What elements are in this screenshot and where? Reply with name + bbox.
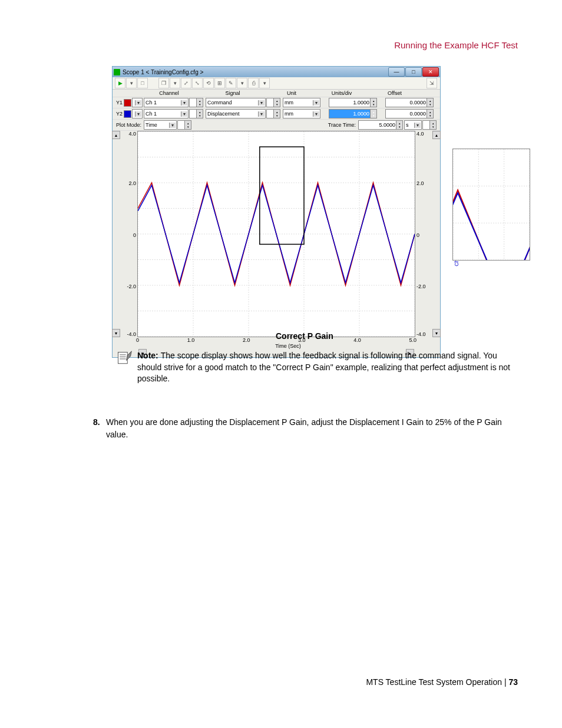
zoom-reset-icon[interactable]: ⟲ <box>203 78 214 88</box>
ytick: 4.0 <box>416 131 424 137</box>
ytick: 2.0 <box>416 180 424 186</box>
y2-unitsdiv-input[interactable]: 1.0000 <box>329 109 377 118</box>
note-text: The scope display shows how well the fee… <box>137 351 510 383</box>
scope-window: Scope 1 < TrainingConfig.cfg > — □ ✕ ▶ ▾… <box>112 66 441 358</box>
window-dropdown-icon[interactable]: ▾ <box>170 78 180 88</box>
y2-channel-spin[interactable] <box>189 109 203 118</box>
col-channel: Channel <box>141 90 197 96</box>
y-axis-right: 4.0 2.0 0 -2.0 -4.0 Ch 1 Displacement (m… <box>415 131 433 337</box>
zoom-inset <box>452 149 530 261</box>
y1-unit-dropdown[interactable]: mm <box>283 98 320 107</box>
xtick: 1.0 <box>187 337 195 343</box>
app-icon <box>114 69 120 75</box>
scroll-down-icon[interactable]: ▾ <box>432 329 441 337</box>
ytick: 4.0 <box>128 131 136 137</box>
y2-signal-spin[interactable] <box>266 109 280 118</box>
trace-time-label: Trace Time: <box>328 122 356 128</box>
x-label: Time (Sec) <box>113 343 440 349</box>
ytick: 0 <box>133 232 136 238</box>
figure-caption: Correct P Gain <box>276 331 333 341</box>
y2-offset-input[interactable]: 0.0000 <box>385 109 434 118</box>
window-icon[interactable]: ❐ <box>158 78 169 88</box>
col-signal: Signal <box>197 90 268 96</box>
page-number: 73 <box>508 677 518 687</box>
print-icon[interactable]: ⎙ <box>248 78 259 88</box>
y1-offset-input[interactable]: 0.0000 <box>385 98 434 107</box>
ytick: 0 <box>416 232 419 238</box>
plot-mode-dropdown[interactable]: Time <box>144 120 177 130</box>
print-dropdown-icon[interactable]: ▾ <box>259 78 270 88</box>
svg-rect-24 <box>118 353 128 364</box>
ytick: -4.0 <box>416 331 426 337</box>
xtick: 0 <box>136 337 139 343</box>
right-scrollbar[interactable]: ▴ ▾ <box>433 131 440 337</box>
close-button[interactable]: ✕ <box>422 67 439 77</box>
y1-label: Y1 <box>116 100 123 106</box>
plot-mode-row: Plot Mode: Time Trace Time: 5.0000 s <box>113 120 440 131</box>
ytick: -2.0 <box>127 284 136 289</box>
step-8: 8. When you are done adjusting the Displ… <box>93 416 518 441</box>
step-number: 8. <box>93 416 106 441</box>
y2-channel-dropdown[interactable]: Ch 1 <box>144 109 189 118</box>
ytick: -2.0 <box>416 284 426 289</box>
ytick: -4.0 <box>127 331 136 337</box>
play-dropdown-icon[interactable]: ▾ <box>126 78 137 88</box>
y1-row: Y1 Ch 1 Command mm 1.0000 0.0000 <box>113 97 440 108</box>
step-text: When you are done adjusting the Displace… <box>106 416 518 441</box>
pause-icon[interactable]: □ <box>137 78 148 88</box>
plot-mode-label: Plot Mode: <box>116 122 141 128</box>
scroll-down-icon[interactable]: ▾ <box>112 329 120 337</box>
y1-unitsdiv-input[interactable]: 1.0000 <box>329 98 377 107</box>
col-unitsdiv: Units/div <box>315 90 368 96</box>
page-header: Running the Example HCF Test <box>394 40 518 50</box>
xtick: 2.0 <box>243 337 250 343</box>
scroll-up-icon[interactable]: ▴ <box>432 131 441 139</box>
col-offset: Offset <box>368 90 421 96</box>
plot-mode-spin[interactable] <box>177 120 191 130</box>
xtick: 5.0 <box>409 337 416 343</box>
y1-color-swatch[interactable] <box>124 99 131 107</box>
chart-canvas[interactable] <box>137 131 415 337</box>
minimize-button[interactable]: — <box>388 67 405 77</box>
plot-area: ▴ ▾ 4.0 2.0 0 -2.0 -4.0 Ch 1 Command (mm… <box>113 131 440 337</box>
y2-color-swatch[interactable] <box>124 110 131 118</box>
note-bold: Note: <box>137 351 161 360</box>
ytick: 2.0 <box>128 180 136 186</box>
col-unit: Unit <box>268 90 315 96</box>
y2-signal-dropdown[interactable]: Displacement <box>206 109 266 118</box>
y1-channel-dropdown[interactable]: Ch 1 <box>144 98 189 107</box>
y1-signal-spin[interactable] <box>266 98 280 107</box>
page-footer: MTS TestLine Test System Operation | 73 <box>0 677 518 687</box>
maximize-button[interactable]: □ <box>405 67 422 77</box>
note-icon <box>116 350 133 367</box>
footer-text: MTS TestLine Test System Operation | <box>366 677 508 687</box>
trace-time-unit-dropdown[interactable]: s <box>404 120 422 130</box>
config-header-row: Channel Signal Unit Units/div Offset <box>113 90 440 97</box>
titlebar[interactable]: Scope 1 < TrainingConfig.cfg > — □ ✕ <box>113 67 440 77</box>
y1-channel-spin[interactable] <box>189 98 203 107</box>
y-axis-left: 4.0 2.0 0 -2.0 -4.0 Ch 1 Command (mm) <box>120 131 137 337</box>
xtick: 4.0 <box>353 337 361 343</box>
scroll-up-icon[interactable]: ▴ <box>112 131 120 139</box>
play-icon[interactable]: ▶ <box>115 78 125 88</box>
y2-label: Y2 <box>116 111 123 117</box>
y2-color-dropdown[interactable] <box>132 109 143 118</box>
toolbar: ▶ ▾ □ ❐ ▾ ⤢ ⤡ ⟲ ⊞ ✎ ▾ ⎙ ▾ ⇲ <box>113 77 440 90</box>
y1-color-dropdown[interactable] <box>132 98 143 107</box>
trace-time-spin[interactable] <box>422 120 437 130</box>
window-title: Scope 1 < TrainingConfig.cfg > <box>123 69 203 75</box>
color-dropdown-icon[interactable]: ▾ <box>237 78 247 88</box>
color-icon[interactable]: ✎ <box>226 78 236 88</box>
zoom-y-icon[interactable]: ⤡ <box>192 78 203 88</box>
trace-time-input[interactable]: 5.0000 <box>358 120 403 130</box>
left-scrollbar[interactable]: ▴ ▾ <box>113 131 120 337</box>
grid-icon[interactable]: ⊞ <box>214 78 225 88</box>
expand-icon[interactable]: ⇲ <box>427 78 437 88</box>
zoom-auto-icon[interactable]: ⤢ <box>181 78 191 88</box>
y2-row: Y2 Ch 1 Displacement mm 1.0000 0.0000 <box>113 108 440 120</box>
note-block: Note: The scope display shows how well t… <box>116 350 518 385</box>
y1-signal-dropdown[interactable]: Command <box>206 98 266 107</box>
y2-unit-dropdown[interactable]: mm <box>283 109 320 118</box>
